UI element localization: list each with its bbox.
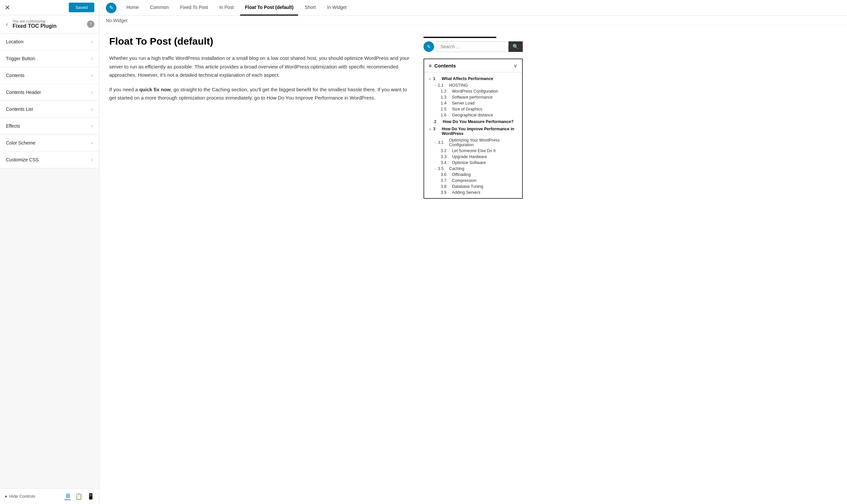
article-para-1: Whether you run a high traffic WordPress… [109, 54, 413, 79]
toc-item[interactable]: 1.5Size of Graphics [424, 106, 522, 112]
toc-number: 3 [433, 127, 440, 131]
menu-item-color-scheme[interactable]: Color Scheme› [0, 134, 99, 151]
chevron-right-icon: › [91, 123, 93, 129]
toc-item[interactable]: ›3.1Optimizing Your WordPress Configurat… [424, 137, 522, 148]
chevron-right-icon: › [91, 157, 93, 163]
toc-item[interactable]: 1.3Software performance [424, 94, 522, 100]
toc-label: Database Tuning [452, 184, 483, 189]
toc-item[interactable]: 2How Do You Measure Performance? [424, 118, 522, 125]
search-row: ✎ 🔍 [423, 41, 523, 52]
toc-label: Optimize Software [452, 160, 486, 165]
nav-tab-in-widget[interactable]: In Widget [322, 0, 351, 16]
toc-item[interactable]: 3.6Offloading [424, 172, 522, 178]
toc-number: 1.5 [441, 107, 451, 111]
hide-controls-button[interactable]: ● Hide Controls [5, 494, 35, 499]
close-button[interactable]: ✕ [5, 4, 10, 12]
toc-header: ≡ Contents ∨ [424, 59, 522, 72]
menu-item-effects[interactable]: Effects› [0, 118, 99, 134]
toc-item[interactable]: 3.2Let Someone Else Do It [424, 148, 522, 154]
eye-icon: ● [5, 494, 7, 499]
menu-item-trigger-button[interactable]: Trigger Button› [0, 50, 99, 67]
toc-item[interactable]: 3.7Compression [424, 178, 522, 183]
chevron-right-icon: › [91, 72, 93, 78]
desktop-device-button[interactable]: 🖥 [65, 492, 70, 500]
nav-tab-float-to-post-default[interactable]: Float To Post (default) [240, 0, 298, 16]
toc-number: 1.4 [441, 101, 451, 106]
toc-item[interactable]: 1.4Server Load [424, 100, 522, 106]
toc-number: 3.4 [441, 160, 451, 165]
chevron-right-icon: › [91, 39, 93, 44]
tablet-device-button[interactable]: 📋 [75, 492, 82, 500]
menu-item-location[interactable]: Location› [0, 33, 99, 50]
toc-chevron-icon: › [435, 84, 436, 87]
toc-item[interactable]: ∨1What Affects Performance [424, 75, 522, 82]
toc-item[interactable]: 1.6Geographical distance [424, 112, 522, 118]
chevron-right-icon: › [91, 89, 93, 95]
toc-label: How Do You Improve Performance in WordPr… [442, 127, 517, 136]
help-button[interactable]: ? [87, 20, 94, 28]
menu-item-label: Contents List [6, 107, 33, 112]
nav-tab-short[interactable]: Short [300, 0, 320, 16]
toc-label: Adding Servers [452, 190, 480, 195]
toc-item[interactable]: 3.4Optimize Software [424, 160, 522, 166]
chevron-right-icon: › [91, 56, 93, 61]
toc-item[interactable]: 1.2WordPress Configuration [424, 88, 522, 94]
toc-number: 3.9 [441, 190, 451, 195]
article-body: Whether you run a high traffic WordPress… [109, 54, 413, 102]
toc-item[interactable]: 3.3Upgrade Hardware [424, 154, 522, 160]
toc-search-column: ✎ 🔍 ≡ Contents ∨ ∨1What Affects Performa… [423, 35, 523, 205]
menu-item-contents[interactable]: Contents› [0, 67, 99, 84]
toc-number: 1 [433, 76, 440, 81]
toc-number: 3.8 [441, 184, 451, 189]
customizer-panel: ✕ Saved ‹ You are customizing Fixed TOC … [0, 0, 99, 504]
toc-label: What Affects Performance [442, 76, 493, 81]
toc-number: 1.3 [441, 95, 451, 100]
toc-item[interactable]: ∨3How Do You Improve Performance in Word… [424, 125, 522, 137]
nav-tab-home[interactable]: Home [122, 0, 143, 16]
menu-item-contents-header[interactable]: Contents Header› [0, 84, 99, 101]
toc-number: 3.3 [441, 155, 451, 159]
toc-label: WordPress Configuration [452, 89, 498, 94]
toc-item[interactable]: 3.8Database Tuning [424, 183, 522, 190]
hide-controls-label: Hide Controls [9, 494, 35, 499]
toc-item[interactable]: ›3.5Caching [424, 166, 522, 172]
toc-label: Geographical distance [452, 113, 493, 118]
toc-list: ∨1What Affects Performance›1.1HOSTING1.2… [424, 72, 522, 198]
toc-label: Offloading [452, 172, 471, 177]
saved-button[interactable]: Saved [69, 3, 94, 12]
search-button[interactable]: 🔍 [509, 41, 523, 52]
device-buttons: 🖥 📋 📱 [65, 492, 94, 500]
toc-label: Let Someone Else Do It [452, 148, 496, 153]
top-black-line [423, 37, 496, 38]
mobile-device-button[interactable]: 📱 [87, 492, 94, 500]
customizer-header: ‹ You are customizing Fixed TOC Plugin ? [0, 15, 99, 33]
toc-chevron-icon: ∨ [429, 77, 431, 81]
menu-items: Location›Trigger Button›Contents›Content… [0, 33, 99, 488]
toc-list-icon: ≡ [429, 63, 432, 69]
back-button[interactable]: ‹ [5, 19, 9, 29]
toc-item[interactable]: ›1.1HOSTING [424, 82, 522, 88]
toc-label: Caching [449, 166, 464, 171]
search-input[interactable] [437, 41, 509, 52]
toc-title: Contents [435, 63, 456, 69]
search-icon-circle: ✎ [423, 41, 434, 52]
toc-label: HOSTING [449, 83, 468, 88]
menu-item-customize-css[interactable]: Customize CSS› [0, 151, 99, 168]
nav-tab-fixed-to-post[interactable]: Fixed To Post [175, 0, 213, 16]
chevron-right-icon: › [91, 140, 93, 146]
toc-label: Software performance [452, 95, 493, 100]
toc-item[interactable]: 3.9Adding Servers [424, 190, 522, 195]
toc-label: Compression [452, 178, 476, 183]
toc-number: 3.2 [441, 148, 451, 153]
toc-number: 3.6 [441, 172, 451, 177]
menu-item-label: Effects [6, 123, 20, 129]
nav-tab-common[interactable]: Common [145, 0, 173, 16]
toc-label: Size of Graphics [452, 107, 482, 111]
menu-item-contents-list[interactable]: Contents List› [0, 101, 99, 118]
toc-number: 1.2 [441, 89, 451, 94]
menu-item-label: Contents [6, 73, 24, 78]
nav-tab-in-post[interactable]: In Post [215, 0, 239, 16]
article-title: Float To Post (default) [109, 35, 413, 47]
toc-number: 3.7 [441, 178, 451, 183]
toc-toggle-button[interactable]: ∨ [513, 62, 517, 69]
